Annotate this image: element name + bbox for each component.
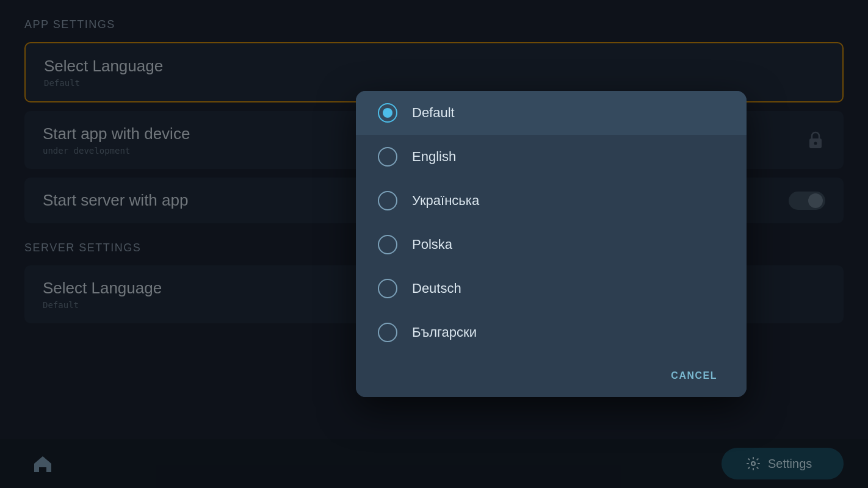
cancel-button[interactable]: CANCEL: [664, 365, 725, 386]
language-option-default[interactable]: Default: [356, 91, 747, 135]
language-option-polish-label: Polska: [412, 237, 452, 253]
radio-polish: [378, 235, 397, 254]
radio-ukrainian: [378, 191, 397, 210]
radio-default: [378, 103, 397, 123]
language-option-german-label: Deutsch: [412, 281, 461, 296]
language-option-ukrainian-label: Українська: [412, 193, 479, 209]
radio-default-fill: [383, 108, 392, 118]
language-option-bulgarian-label: Български: [412, 325, 477, 340]
language-option-english-label: English: [412, 149, 456, 165]
language-option-german[interactable]: Deutsch: [356, 267, 747, 310]
language-dialog: Default English Українська Polska Deutsc…: [356, 91, 747, 397]
radio-german: [378, 279, 397, 298]
radio-bulgarian: [378, 323, 397, 342]
language-option-polish[interactable]: Polska: [356, 223, 747, 267]
language-option-default-label: Default: [412, 105, 455, 121]
radio-english: [378, 147, 397, 167]
dialog-footer: CANCEL: [356, 354, 747, 397]
language-option-bulgarian[interactable]: Български: [356, 310, 747, 354]
language-option-english[interactable]: English: [356, 135, 747, 179]
language-option-ukrainian[interactable]: Українська: [356, 179, 747, 223]
